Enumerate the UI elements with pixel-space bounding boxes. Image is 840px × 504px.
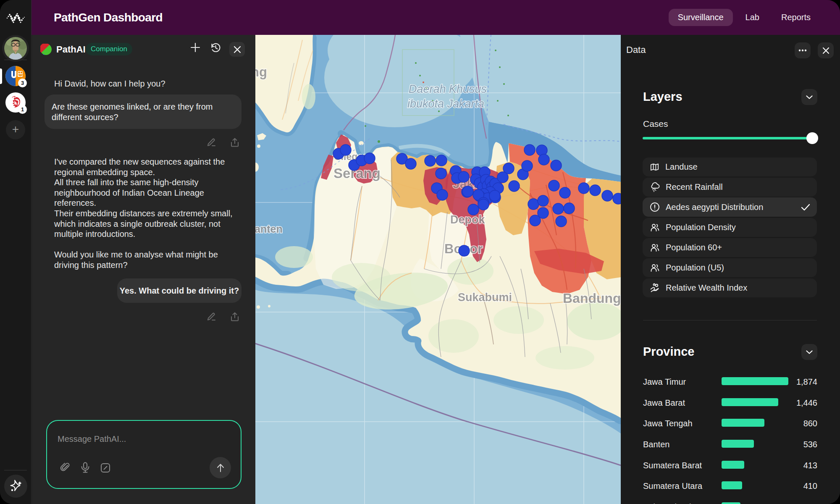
svg-text:Depok: Depok <box>450 213 486 226</box>
svg-text:Daerah Khusus: Daerah Khusus <box>409 83 487 95</box>
svg-text:Sukabumi: Sukabumi <box>458 291 512 304</box>
svg-text:ng: ng <box>255 65 267 79</box>
svg-text:Bandung: Bandung <box>563 291 621 306</box>
svg-text:Banten: Banten <box>255 223 283 235</box>
svg-text:ibukota Jakarta: ibukota Jakarta <box>407 97 484 110</box>
